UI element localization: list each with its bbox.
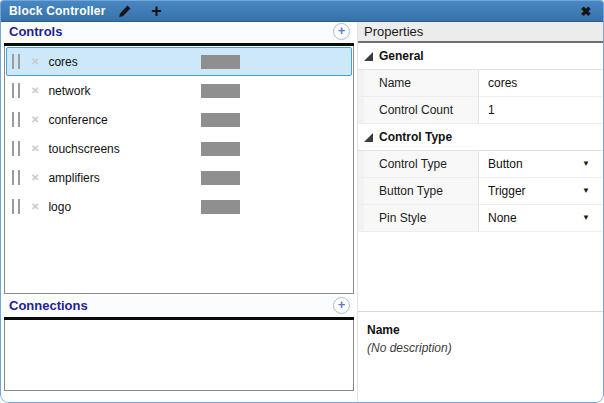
property-label: Name — [364, 70, 479, 96]
property-value: Trigger — [488, 184, 526, 198]
close-icon[interactable]: ✖ — [577, 2, 595, 20]
property-label: Pin Style — [364, 205, 479, 231]
remove-item-icon[interactable]: ✕ — [31, 56, 39, 67]
list-item-label: logo — [48, 200, 71, 214]
remove-item-icon[interactable]: ✕ — [31, 114, 39, 125]
property-value: 1 — [488, 103, 495, 117]
expander-triangle-icon — [364, 133, 373, 142]
remove-item-icon[interactable]: ✕ — [31, 143, 39, 154]
properties-panel: Properties General Name cores ▼ Control … — [357, 22, 603, 402]
dropdown-arrow-icon[interactable]: ▼ — [582, 187, 590, 195]
properties-header: Properties — [358, 22, 603, 43]
properties-spacer — [358, 232, 603, 311]
item-preview-placeholder — [201, 113, 240, 127]
list-item-label: touchscreens — [48, 142, 119, 156]
property-group-header[interactable]: General — [358, 43, 603, 70]
controls-header: Controls + — [4, 22, 354, 46]
list-item[interactable]: ✕ amplifiers — [6, 163, 352, 192]
property-value: None — [488, 211, 517, 225]
pencil-icon — [117, 4, 132, 19]
property-label: Button Type — [364, 178, 479, 204]
list-item[interactable]: ✕ logo — [6, 192, 352, 221]
group-label: Control Type — [379, 130, 452, 144]
window-title: Block Controller — [9, 4, 106, 18]
add-control-button[interactable]: + — [333, 23, 350, 40]
remove-item-icon[interactable]: ✕ — [31, 85, 39, 96]
title-bar: Block Controller + ✖ — [1, 1, 603, 22]
main-area: Controls + ✕ cores ✕ network ✕ conferenc… — [1, 22, 603, 402]
item-preview-placeholder — [201, 171, 240, 185]
dropdown-arrow-icon[interactable]: ▼ — [582, 214, 590, 222]
add-block-icon[interactable]: + — [148, 2, 166, 20]
group-expander[interactable] — [358, 133, 379, 142]
drag-handle-icon[interactable] — [12, 83, 20, 98]
property-row: Control Count 1 ▼ — [358, 97, 603, 124]
property-group-header[interactable]: Control Type — [358, 124, 603, 151]
item-preview-placeholder — [201, 55, 240, 69]
expander-triangle-icon — [364, 52, 373, 61]
property-value-field[interactable]: Button ▼ — [479, 151, 603, 177]
properties-title: Properties — [364, 24, 423, 39]
drag-handle-icon[interactable] — [12, 199, 20, 214]
property-value-field[interactable]: cores ▼ — [479, 70, 603, 96]
drag-handle-icon[interactable] — [12, 112, 20, 127]
edit-icon[interactable] — [116, 2, 134, 20]
drag-handle-icon[interactable] — [12, 170, 20, 185]
property-row: Pin Style None ▼ — [358, 205, 603, 232]
property-value-field[interactable]: Trigger ▼ — [479, 178, 603, 204]
item-preview-placeholder — [201, 84, 240, 98]
property-value-field[interactable]: None ▼ — [479, 205, 603, 231]
left-panel: Controls + ✕ cores ✕ network ✕ conferenc… — [1, 22, 355, 402]
property-value-field[interactable]: 1 ▼ — [479, 97, 603, 123]
property-row: Control Type Button ▼ — [358, 151, 603, 178]
property-value: Button — [488, 157, 523, 171]
drag-handle-icon[interactable] — [12, 54, 20, 69]
group-label: General — [379, 49, 424, 63]
remove-item-icon[interactable]: ✕ — [31, 201, 39, 212]
controls-list: ✕ cores ✕ network ✕ conference ✕ touchsc… — [4, 46, 354, 294]
description-text: (No description) — [367, 341, 594, 355]
dropdown-arrow-icon[interactable]: ▼ — [582, 160, 590, 168]
description-title: Name — [367, 323, 594, 337]
connections-list — [4, 320, 354, 391]
controls-title: Controls — [9, 24, 62, 39]
item-preview-placeholder — [201, 200, 240, 214]
list-item[interactable]: ✕ cores — [6, 47, 352, 76]
property-grid: General Name cores ▼ Control Count 1 ▼ C… — [358, 43, 603, 232]
remove-item-icon[interactable]: ✕ — [31, 172, 39, 183]
connections-header: Connections + — [4, 296, 354, 320]
connections-title: Connections — [9, 298, 88, 313]
property-row: Name cores ▼ — [358, 70, 603, 97]
list-item[interactable]: ✕ network — [6, 76, 352, 105]
drag-handle-icon[interactable] — [12, 141, 20, 156]
property-row: Button Type Trigger ▼ — [358, 178, 603, 205]
add-connection-button[interactable]: + — [333, 297, 350, 314]
property-label: Control Count — [364, 97, 479, 123]
property-label: Control Type — [364, 151, 479, 177]
item-preview-placeholder — [201, 142, 240, 156]
list-item-label: cores — [48, 55, 77, 69]
list-item[interactable]: ✕ touchscreens — [6, 134, 352, 163]
description-area: Name (No description) — [358, 312, 603, 402]
list-item-label: amplifiers — [48, 171, 99, 185]
property-value: cores — [488, 76, 517, 90]
block-controller-window: Block Controller + ✖ Controls + ✕ cores … — [0, 0, 604, 403]
group-expander[interactable] — [358, 52, 379, 61]
list-item-label: conference — [48, 113, 107, 127]
list-item[interactable]: ✕ conference — [6, 105, 352, 134]
list-item-label: network — [48, 84, 90, 98]
